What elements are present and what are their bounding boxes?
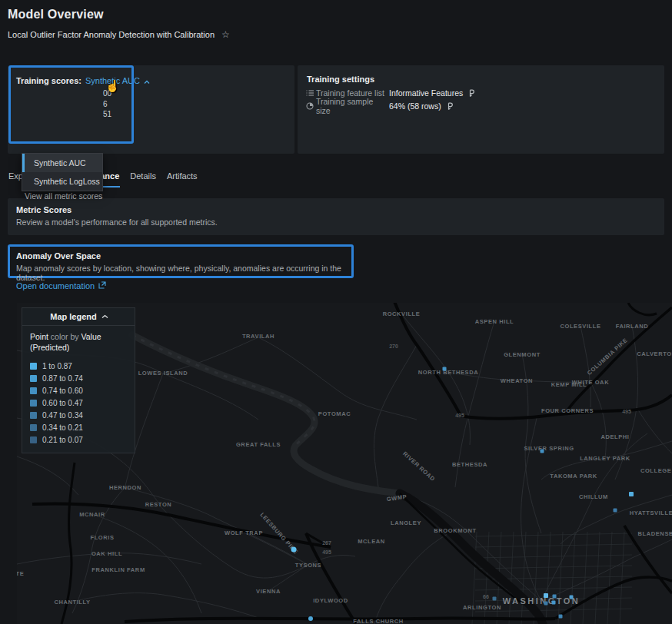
tab-artifacts[interactable]: Artifacts	[166, 170, 198, 188]
map-point[interactable]	[614, 509, 617, 513]
legend-items: 1 to 0.870.87 to 0.740.74 to 0.600.60 to…	[30, 360, 127, 446]
training-scores-card: Training scores: Synthetic AUC 00651 Syn…	[8, 65, 294, 154]
legend-item: 0.74 to 0.60	[30, 384, 127, 397]
map-place-label: MCLEAN	[358, 538, 385, 545]
lineage-icon[interactable]	[468, 89, 475, 98]
training-setting-row: Training sample size64% (58 rows)	[306, 101, 475, 111]
legend-range-label: 0.87 to 0.74	[42, 374, 83, 383]
anomaly-map[interactable]: Map legend Point color by Value (Predict…	[17, 303, 672, 624]
metric-dropdown-menu: Synthetic AUCSynthetic LogLoss	[22, 153, 103, 191]
map-legend-title: Map legend	[50, 312, 97, 321]
setting-value: Informative Features	[389, 88, 463, 98]
open-documentation-link[interactable]: Open documentation	[16, 281, 106, 290]
legend-color-by-line2: (Predicted)	[30, 342, 127, 353]
external-link-icon	[98, 281, 106, 290]
map-place-label: IDYLWOOD	[313, 597, 348, 604]
map-place-label: WHEATON	[501, 377, 533, 384]
page-title: Model Overview	[8, 8, 104, 22]
lineage-icon[interactable]	[447, 102, 454, 111]
map-point[interactable]	[291, 547, 297, 553]
legend-range-label: 1 to 0.87	[42, 362, 72, 370]
map-legend-header[interactable]: Map legend	[22, 308, 135, 326]
map-legend: Map legend Point color by Value (Predict…	[22, 307, 135, 453]
chevron-up-icon[interactable]	[144, 80, 149, 85]
legend-color-by: Point color by Value	[30, 331, 127, 342]
legend-swatch	[30, 400, 37, 407]
map-point[interactable]	[559, 615, 563, 619]
anomaly-over-space-title: Anomaly Over Space	[16, 251, 345, 261]
legend-item: 0.60 to 0.47	[30, 397, 127, 409]
legend-item: 0.87 to 0.74	[30, 372, 127, 384]
legend-item: 0.21 to 0.07	[30, 433, 127, 446]
map-place-label: WESTGATE	[17, 570, 24, 577]
setting-label: Training sample size	[316, 97, 389, 115]
map-point[interactable]	[493, 597, 497, 601]
anomaly-over-space-section: Anomaly Over Space Map anomaly scores by…	[8, 244, 354, 278]
legend-range-label: 0.47 to 0.34	[42, 411, 83, 420]
legend-swatch	[30, 363, 37, 370]
training-settings-rows: Training feature listInformative Feature…	[306, 88, 475, 111]
map-place-label: POTOMAC	[318, 410, 351, 417]
map-place-label: FRANKLIN FARM	[91, 566, 145, 573]
map-place-label: HERNDON	[109, 484, 141, 491]
metric-selector[interactable]: Synthetic AUC	[85, 76, 140, 85]
sample-size-icon	[306, 102, 316, 110]
map-place-label: WOLF TRAP	[225, 529, 263, 536]
map-point[interactable]	[544, 602, 548, 606]
open-documentation-label: Open documentation	[16, 281, 95, 290]
metric-scores-title: Metric Scores	[16, 205, 656, 214]
legend-item: 0.34 to 0.21	[30, 421, 127, 433]
map-place-label: CALVERTON	[637, 350, 672, 357]
map-place-label: WHITE OAK	[572, 379, 609, 386]
map-place-label: SILVER SPRING	[524, 445, 574, 452]
route-shield-label: 270	[389, 344, 398, 349]
map-point[interactable]	[570, 596, 574, 599]
map-place-label: ROCKVILLE	[383, 310, 421, 317]
legend-range-label: 0.34 to 0.21	[42, 423, 83, 432]
map-point[interactable]	[552, 601, 556, 605]
dropdown-item-synthetic-auc[interactable]: Synthetic AUC	[22, 154, 102, 172]
legend-swatch	[30, 412, 37, 419]
route-shield-label: 66	[483, 594, 489, 599]
map-place-label: CHILLUM	[579, 493, 608, 500]
map-place-label: ARLINGTON	[463, 604, 501, 611]
map-place-label: LANGLEY	[391, 519, 421, 526]
model-name: Local Outlier Factor Anomaly Detection w…	[8, 30, 215, 39]
legend-swatch	[30, 436, 37, 443]
feature-list-icon	[306, 89, 316, 97]
map-place-label: WASHINGTON	[503, 596, 581, 606]
map-place-label: HYATTSVILLE	[630, 509, 672, 516]
metric-scores-section: Metric Scores Review a model's performan…	[8, 198, 664, 235]
map-place-label: ASPEN HILL	[475, 318, 514, 325]
map-place-label: TAKOMA PARK	[550, 473, 597, 480]
training-settings-title: Training settings	[307, 75, 374, 84]
map-place-label: BLADENSBURG	[638, 530, 672, 537]
obscured-metric-value: 51	[103, 110, 111, 118]
tab-details[interactable]: Details	[129, 170, 157, 188]
map-place-label: TRAVILAH	[242, 333, 274, 340]
map-point[interactable]	[544, 593, 548, 598]
route-shield-label: 495	[455, 413, 464, 418]
map-place-label: COLESVILLE	[560, 323, 600, 330]
view-all-metric-scores-link[interactable]: View all metric scores	[25, 191, 102, 201]
map-point[interactable]	[629, 492, 634, 496]
route-shield-label: 267	[322, 540, 331, 546]
map-place-label: VIENNA	[256, 588, 281, 595]
map-point[interactable]	[553, 595, 557, 599]
legend-range-label: 0.21 to 0.07	[42, 436, 83, 444]
chevron-up-icon	[101, 314, 107, 320]
metric-scores-description: Review a model's performance for all sup…	[16, 217, 656, 227]
map-place-label: GREAT FALLS	[236, 441, 281, 448]
legend-swatch	[30, 387, 37, 394]
setting-value: 64% (58 rows)	[389, 101, 441, 111]
route-shield-label: 495	[322, 549, 331, 555]
legend-item: 0.47 to 0.34	[30, 409, 127, 421]
dropdown-item-synthetic-logloss[interactable]: Synthetic LogLoss	[22, 172, 102, 191]
map-place-label: NORTH BETHESDA	[418, 369, 478, 376]
legend-range-label: 0.74 to 0.60	[42, 387, 83, 395]
map-point[interactable]	[443, 367, 447, 371]
map-point[interactable]	[541, 450, 544, 453]
star-icon[interactable]: ☆	[221, 29, 230, 40]
obscured-metric-value: 6	[103, 100, 108, 108]
map-point[interactable]	[308, 616, 313, 621]
